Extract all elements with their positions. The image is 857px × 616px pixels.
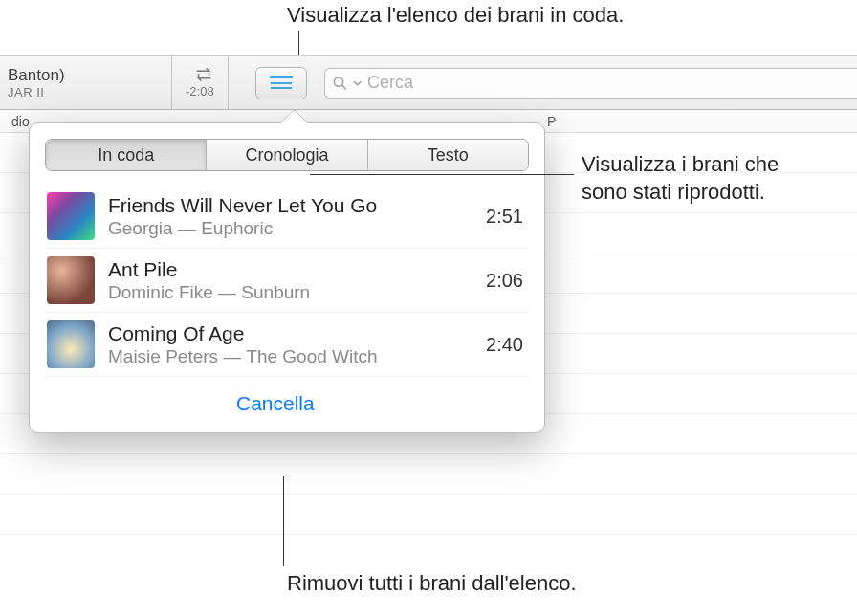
- toolbar: Banton) JAR II -2:08: [0, 55, 857, 110]
- track-duration: 2:40: [486, 334, 527, 356]
- repeat-icon: [193, 67, 214, 82]
- clear-queue-link[interactable]: Cancella: [236, 392, 529, 415]
- track-subtitle: Georgia — Euphoric: [108, 217, 472, 240]
- time-remaining: -2:08: [186, 84, 214, 99]
- callout-leader: [310, 174, 574, 175]
- search-input[interactable]: [367, 73, 849, 93]
- search-icon: [333, 76, 347, 91]
- queue-item[interactable]: Friends Will Never Let You Go Georgia — …: [45, 185, 529, 249]
- callout-leader: [283, 476, 284, 566]
- svg-line-4: [341, 85, 345, 89]
- album-art: [47, 256, 95, 304]
- tab-history[interactable]: Cronologia: [207, 140, 367, 170]
- callout-clear: Rimuovi tutti i brani dall'elenco.: [287, 570, 577, 598]
- svg-point-3: [334, 77, 342, 85]
- queue-item[interactable]: Coming Of Age Maisie Peters — The Good W…: [45, 313, 529, 377]
- tab-queue[interactable]: In coda: [46, 140, 207, 170]
- list-row: [0, 454, 857, 495]
- queue-list: Friends Will Never Let You Go Georgia — …: [45, 185, 529, 377]
- album-art: [47, 320, 95, 368]
- now-playing-track: Banton): [8, 65, 162, 85]
- track-subtitle: Maisie Peters — The Good Witch: [108, 345, 472, 368]
- now-playing-album: JAR II: [8, 85, 162, 100]
- track-duration: 2:51: [486, 206, 527, 228]
- callout-line: sono stati riprodotti.: [582, 179, 857, 207]
- track-duration: 2:06: [486, 270, 527, 292]
- callout-line: Visualizza i brani che: [582, 151, 857, 179]
- list-col: dio: [4, 114, 33, 129]
- search-field-wrap[interactable]: [324, 68, 857, 99]
- track-meta: Coming Of Age Maisie Peters — The Good W…: [108, 321, 472, 368]
- track-title: Ant Pile: [108, 257, 472, 281]
- now-playing[interactable]: Banton) JAR II: [0, 56, 172, 109]
- queue-item[interactable]: Ant Pile Dominic Fike — Sunburn 2:06: [45, 249, 529, 313]
- chevron-down-icon: [353, 78, 362, 88]
- track-subtitle: Dominic Fike — Sunburn: [108, 281, 472, 304]
- album-art: [47, 192, 95, 240]
- queue-list-icon: [269, 75, 294, 92]
- tab-lyrics[interactable]: Testo: [368, 140, 528, 170]
- list-row: [0, 495, 857, 535]
- track-title: Friends Will Never Let You Go: [108, 193, 472, 217]
- callout-queue: Visualizza l'elenco dei brani in coda.: [287, 2, 624, 30]
- svg-rect-0: [270, 76, 293, 78]
- track-meta: Friends Will Never Let You Go Georgia — …: [108, 193, 472, 240]
- repeat-control[interactable]: -2:08: [172, 56, 229, 109]
- queue-popover: In coda Cronologia Testo Friends Will Ne…: [29, 122, 545, 433]
- track-title: Coming Of Age: [108, 321, 472, 345]
- queue-button[interactable]: [255, 67, 307, 99]
- callout-history: Visualizza i brani che sono stati riprod…: [582, 151, 857, 206]
- track-meta: Ant Pile Dominic Fike — Sunburn: [108, 257, 472, 304]
- segmented-control: In coda Cronologia Testo: [45, 139, 529, 171]
